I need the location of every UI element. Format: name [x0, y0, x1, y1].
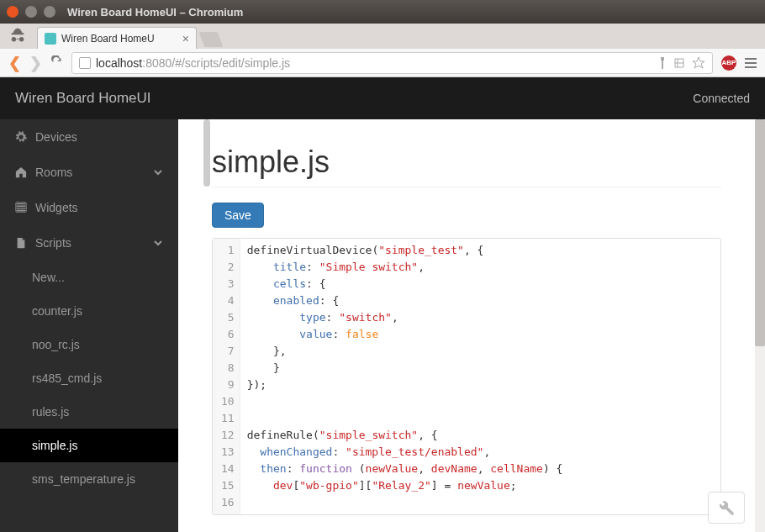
new-tab-button[interactable]: [199, 32, 224, 47]
addr-host: localhost: [96, 56, 142, 70]
code-editor[interactable]: 12345678910111213141516 defineVirtualDev…: [212, 238, 721, 515]
sidebar-script-item[interactable]: rs485_cmd.js: [0, 361, 178, 395]
wrench-icon: [718, 499, 735, 516]
tab-favicon-icon: [45, 33, 56, 45]
tab-title: Wiren Board HomeU: [61, 33, 155, 45]
editor-code[interactable]: defineVirtualDevice("simple_test", { tit…: [240, 239, 720, 514]
site-info-icon[interactable]: [79, 57, 91, 69]
addr-path: :8080/#/scripts/edit/simple.js: [142, 56, 290, 70]
sidebar-script-item[interactable]: sms_temperature.js: [0, 462, 178, 496]
gear-icon: [15, 131, 27, 143]
translate-icon[interactable]: [673, 57, 685, 69]
abp-extension-icon[interactable]: ABP: [721, 55, 736, 71]
bookmark-star-icon[interactable]: [692, 56, 705, 70]
home-icon: [15, 166, 27, 178]
window-title: Wiren Board HomeUI – Chromium: [67, 6, 243, 18]
page-title: simple.js: [212, 145, 721, 180]
sidebar-label: Rooms: [35, 166, 72, 179]
reload-button[interactable]: [50, 55, 63, 71]
nav-back-button[interactable]: ❮: [8, 54, 21, 72]
tab-close-icon[interactable]: ×: [182, 32, 189, 45]
app-brand[interactable]: Wiren Board HomeUI: [15, 90, 151, 107]
title-rule: [212, 187, 721, 187]
sidebar-label: Widgets: [35, 201, 78, 214]
file-icon: [15, 237, 27, 249]
incognito-icon: [8, 27, 27, 45]
sidebar: Devices Rooms Widgets Scripts New...coun…: [0, 119, 178, 532]
app-root: Wiren Board HomeUI Connected Devices Roo…: [0, 77, 765, 532]
window-minimize-button[interactable]: [25, 6, 37, 18]
browser-tabstrip: Wiren Board HomeU ×: [0, 24, 765, 49]
main-content: simple.js Save 12345678910111213141516 d…: [178, 119, 765, 532]
browser-tab[interactable]: Wiren Board HomeU ×: [37, 27, 197, 49]
scrollbar-thumb[interactable]: [755, 119, 765, 346]
sidebar-item-devices[interactable]: Devices: [0, 119, 178, 155]
tools-button[interactable]: [708, 492, 745, 524]
sidebar-script-item[interactable]: rules.js: [0, 395, 178, 429]
window-close-button[interactable]: [7, 6, 18, 18]
sidebar-label: Devices: [35, 130, 77, 144]
scrollbar-vertical[interactable]: [755, 119, 765, 532]
connection-status: Connected: [693, 92, 750, 105]
list-icon: [15, 202, 27, 213]
app-header: Wiren Board HomeUI Connected: [0, 77, 765, 119]
svg-rect-1: [662, 61, 663, 69]
save-button[interactable]: Save: [212, 203, 264, 228]
svg-rect-0: [661, 57, 664, 61]
chevron-down-icon: [153, 238, 163, 248]
sidebar-item-scripts[interactable]: Scripts: [0, 225, 178, 261]
sidebar-item-rooms[interactable]: Rooms: [0, 155, 178, 190]
sidebar-item-widgets[interactable]: Widgets: [0, 190, 178, 225]
sidebar-script-item[interactable]: New...: [0, 261, 178, 294]
nav-forward-button[interactable]: ❯: [29, 54, 42, 72]
key-icon[interactable]: [658, 57, 667, 69]
sidebar-script-item[interactable]: noo_rc.js: [0, 328, 178, 361]
window-titlebar: Wiren Board HomeUI – Chromium: [0, 0, 765, 24]
browser-menu-button[interactable]: [745, 58, 757, 68]
sidebar-script-item[interactable]: counter.js: [0, 294, 178, 328]
window-maximize-button[interactable]: [44, 6, 55, 18]
editor-gutter: 12345678910111213141516: [213, 239, 240, 514]
address-bar[interactable]: localhost :8080/#/scripts/edit/simple.js: [71, 52, 713, 74]
chevron-down-icon: [153, 167, 163, 177]
browser-toolbar: ❮ ❯ localhost :8080/#/scripts/edit/simpl…: [0, 49, 765, 77]
sidebar-label: Scripts: [35, 236, 71, 250]
sidebar-script-item[interactable]: simple.js: [0, 429, 178, 462]
